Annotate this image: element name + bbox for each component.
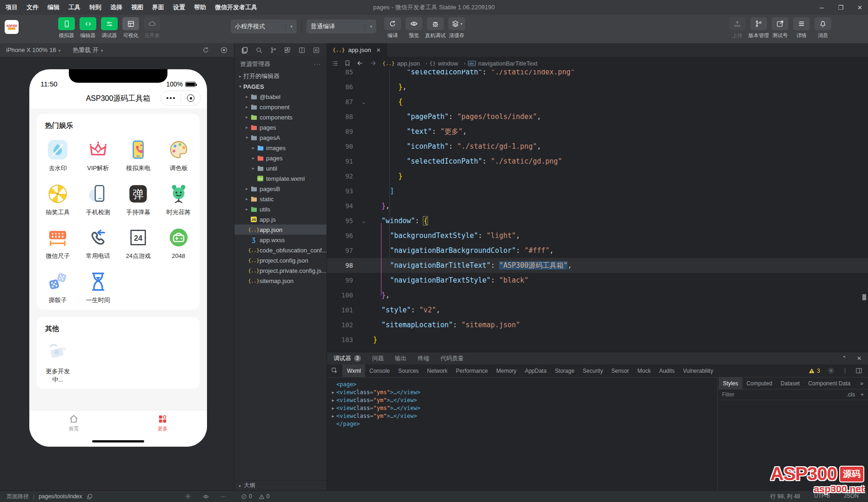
menu-item-转到[interactable]: 转到 [89, 3, 101, 12]
eye-icon[interactable] [202, 493, 209, 500]
code-line-89[interactable]: 89 "text": "更多", [327, 124, 868, 139]
maximize-button[interactable]: ❐ [838, 4, 843, 11]
devtools-tab-Audits[interactable]: Audits [655, 364, 679, 377]
tab-app-json[interactable]: {..} app.json ✕ [327, 43, 387, 57]
minimize-button[interactable]: ─ [820, 4, 824, 11]
tree-item-utils[interactable]: ▸utils [234, 204, 327, 214]
code-line-92[interactable]: 92 } [327, 169, 868, 184]
more-menu-icon[interactable] [161, 97, 180, 99]
code-line-91[interactable]: 91 "selectedIconPath": "./static/gd.png" [327, 154, 868, 169]
wxml-node[interactable]: <page> [330, 381, 717, 389]
menu-item-帮助[interactable]: 帮助 [194, 3, 206, 12]
avatar[interactable]: ASP300 [5, 20, 19, 34]
files-icon[interactable] [241, 46, 248, 54]
panel-tab-问题[interactable]: 问题 [372, 355, 384, 363]
code-line-97[interactable]: 97 "navigationBarBackgroundColor": "#fff… [327, 243, 868, 258]
menu-item-文件[interactable]: 文件 [27, 3, 39, 12]
code-line-94[interactable]: 94 }, [327, 198, 868, 213]
tool-item-调色板[interactable]: 调色板 [159, 131, 199, 175]
devtools-tab-Sensor[interactable]: Sensor [607, 364, 633, 377]
devtools-tab-Memory[interactable]: Memory [492, 364, 521, 377]
toggle-可视化[interactable]: 可视化 [120, 17, 141, 39]
toggle-云开发[interactable]: 云开发 [141, 17, 163, 39]
tree-item-component[interactable]: ▸component [234, 102, 327, 112]
devtools-tab-Mock[interactable]: Mock [633, 364, 655, 377]
panel-tab-调试器[interactable]: 调试器3 [334, 355, 361, 363]
wxml-node[interactable]: ▶<view class="ym">…</view> [330, 396, 717, 404]
gear-icon[interactable] [828, 367, 835, 374]
tool-item-时光荏苒[interactable]: 时光荏苒 [159, 175, 199, 219]
element-picker-icon[interactable] [331, 367, 338, 374]
add-style-icon[interactable]: + [861, 391, 864, 398]
action-版本管理[interactable]: 版本管理 [748, 17, 769, 39]
tool-item-常用电话[interactable]: 常用电话 [78, 219, 119, 263]
compile-mode-select[interactable]: 普通编译▾ [307, 20, 376, 33]
tool-item-更多开发中...[interactable]: 更多开发中... [38, 334, 78, 386]
home-indicator[interactable] [92, 440, 144, 443]
devtools-tab-Sources[interactable]: Sources [394, 364, 423, 377]
close-panel-icon[interactable]: ✕ [857, 355, 861, 362]
tree-item-app.json[interactable]: {..}app.json [234, 225, 327, 235]
chevron-up-icon[interactable]: ⌃ [842, 355, 847, 362]
cls-button[interactable]: .cls [847, 391, 855, 398]
wxml-node[interactable]: </page> [330, 420, 717, 428]
wxml-node[interactable]: ▶<view class="yms">…</view> [330, 389, 717, 396]
code-line-96[interactable]: 96 "backgroundTextStyle": "light", [327, 228, 868, 243]
mode-select[interactable]: 小程序模式▾ [231, 20, 297, 33]
hot-reload-toggle[interactable]: 热重载 开▾ [73, 46, 103, 54]
action-真机调试[interactable]: 真机调试 [425, 17, 446, 39]
tree-item-@babel[interactable]: ▸@babel [234, 92, 327, 102]
outline-section[interactable]: ▸ 大纲 [234, 480, 327, 490]
git-branch-gray-icon[interactable] [270, 46, 277, 54]
breadcrumb-item-window[interactable]: ›{}window [423, 60, 458, 67]
search-icon[interactable] [255, 46, 263, 54]
arrow-right-icon[interactable] [369, 59, 377, 67]
tree-item-images[interactable]: ▸images [234, 143, 327, 153]
explorer-more-icon[interactable]: ··· [314, 60, 321, 67]
fold-chevron-icon[interactable]: ⌄ [362, 99, 365, 105]
tree-item-pages[interactable]: ▸pages [234, 122, 327, 132]
code-line-93[interactable]: 93 ] [327, 184, 868, 198]
devtools-tab-Security[interactable]: Security [579, 364, 607, 377]
devtools-tab-Network[interactable]: Network [423, 364, 452, 377]
tree-item-app.js[interactable]: JSapp.js [234, 214, 327, 225]
menu-item-微信开发者工具[interactable]: 微信开发者工具 [215, 3, 257, 12]
menu-item-设置[interactable]: 设置 [173, 3, 185, 12]
page-path-value[interactable]: pages/tools/index [39, 493, 82, 500]
close-button[interactable]: ✕ [857, 4, 862, 11]
page-path-label[interactable]: 页面路径 [7, 493, 29, 501]
tree-item-打开的编辑器[interactable]: ▸打开的编辑器 [234, 71, 327, 81]
tree-item-pagesB[interactable]: ▸pagesB [234, 184, 327, 194]
code-line-90[interactable]: 90 "iconPath": "./static/gd-1.png", [327, 139, 868, 154]
code-line-87[interactable]: 87⌄ { [327, 94, 868, 109]
overflow-chevron-icon[interactable]: » [860, 380, 867, 387]
settings-gear-icon[interactable] [185, 493, 191, 500]
wxml-tree[interactable]: <page>▶<view class="yms">…</view>▶<view … [327, 377, 717, 490]
tool-item-2048[interactable]: 2048 [159, 219, 199, 263]
wxml-node[interactable]: ▶<view class="ym">…</view> [330, 412, 717, 420]
code-line-86[interactable]: 86 }, [327, 79, 868, 94]
code-line-88[interactable]: 88 "pagePath": "pages/tools/index", [327, 109, 868, 124]
close-tab-icon[interactable]: ✕ [376, 47, 381, 53]
sidebar-tab-Component Data[interactable]: Component Data [804, 377, 855, 389]
tree-item-static[interactable]: ▸static [234, 194, 327, 204]
action-清缓存[interactable]: ▾清缓存 [446, 17, 467, 39]
tool-item-掷骰子[interactable]: 掷骰子 [38, 263, 78, 307]
tabbar-item-更多[interactable]: 更多 [118, 410, 207, 436]
code-line-98[interactable]: 98 "navigationBarTitleText": "ASP300源码工具… [327, 258, 868, 273]
tabbar-item-首页[interactable]: 首页 [29, 410, 118, 436]
sidebar-tab-Computed[interactable]: Computed [742, 377, 776, 389]
code-line-99[interactable]: 99 "navigationBarTextStyle": "black" [327, 273, 868, 288]
tool-item-模拟来电[interactable]: 模拟来电 [118, 131, 159, 175]
action-消息[interactable]: 消息 [812, 17, 834, 39]
code-line-95[interactable]: 95⌄ "window": { [327, 213, 868, 228]
code-editor[interactable]: 85 "selectedIconPath": "./static/index.p… [327, 70, 868, 352]
expand-arrow-icon[interactable]: ▶ [330, 396, 336, 404]
tree-item-until[interactable]: ▸until [234, 163, 327, 173]
expand-arrow-icon[interactable]: ▶ [330, 389, 336, 396]
split-icon[interactable] [298, 46, 306, 54]
kebab-menu-icon[interactable]: ⋮ [842, 367, 848, 374]
devtools-tab-Performance[interactable]: Performance [452, 364, 492, 377]
action-预览[interactable]: 预览 [403, 17, 425, 39]
devtools-tab-Vulnerability[interactable]: Vulnerability [679, 364, 717, 377]
